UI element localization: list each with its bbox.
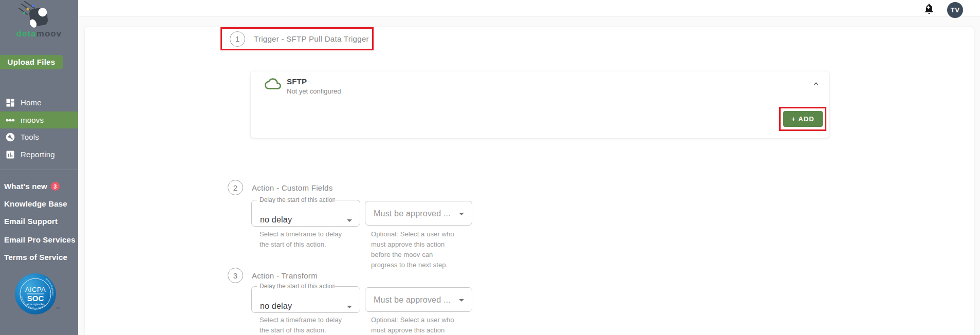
- step-1-annotation: 1 Trigger - SFTP Pull Data Trigger: [220, 27, 374, 50]
- chevron-down-icon: [459, 213, 464, 215]
- soc-trademark: ™: [56, 307, 60, 310]
- bar-chart-icon: [5, 150, 15, 160]
- step-title: Action - Transform: [252, 271, 318, 280]
- approver-select[interactable]: Must be approved ...: [365, 201, 472, 226]
- chevron-down-icon: [459, 299, 464, 302]
- cloud-icon: [264, 76, 282, 92]
- brand-name: detamoov: [0, 29, 78, 39]
- add-button-annotation: [779, 107, 826, 131]
- trigger-card-title: SFTP: [287, 77, 307, 86]
- link-label: What's new: [4, 182, 47, 191]
- sidebar-item-label: moovs: [21, 116, 44, 124]
- delay-select-value: no delay: [260, 302, 292, 311]
- link-knowledge-base[interactable]: Knowledge Base: [4, 199, 67, 208]
- aicpa-soc-badge: AICPA SOC aicpa.org/soc4so SOC for Servi…: [14, 273, 57, 315]
- chevron-down-icon: [347, 219, 352, 222]
- link-terms-of-service[interactable]: Terms of Service: [4, 253, 67, 262]
- delay-helper-text: Select a timeframe to delay the start of…: [260, 229, 349, 250]
- trigger-card: SFTP Not yet configured + ADD: [251, 71, 829, 138]
- rocket-logo-icon: [17, 1, 52, 29]
- whats-new-badge: 3: [51, 182, 60, 191]
- dashboard-icon: [5, 98, 15, 108]
- sidebar-item-label: Reporting: [21, 150, 55, 159]
- sidebar: detamoov Upload Files Home moovs Tools R…: [0, 0, 78, 335]
- step-title: Action - Custom Fields: [252, 183, 332, 192]
- topbar: [78, 0, 980, 17]
- step-3-heading: 3 Action - Transform: [228, 268, 318, 283]
- sidebar-item-tools[interactable]: Tools: [0, 128, 78, 145]
- step-number: 2: [228, 180, 243, 195]
- delay-select[interactable]: Delay the start of this action no delay: [251, 283, 360, 313]
- avatar[interactable]: TV: [947, 2, 963, 18]
- sidebar-item-label: Tools: [21, 133, 39, 141]
- step-number: 3: [228, 268, 243, 283]
- approver-select-value: Must be approved ...: [374, 295, 451, 305]
- delay-select[interactable]: Delay the start of this action no delay: [251, 197, 360, 227]
- step-title: Trigger - SFTP Pull Data Trigger: [254, 34, 369, 43]
- step-2-heading: 2 Action - Custom Fields: [228, 180, 332, 195]
- brand-name-secondary: moov: [36, 29, 62, 39]
- step-number: 1: [230, 31, 245, 47]
- link-email-pro-services[interactable]: Email Pro Services: [4, 235, 76, 244]
- sidebar-item-reporting[interactable]: Reporting: [0, 146, 78, 163]
- soc-badge-url: aicpa.org/soc4so: [27, 303, 45, 306]
- delay-select-value: no delay: [260, 215, 292, 225]
- approver-select[interactable]: Must be approved ...: [365, 287, 472, 312]
- delay-helper-text: Select a timeframe to delay the start of…: [260, 315, 349, 335]
- approver-select-value: Must be approved ...: [374, 209, 451, 218]
- sidebar-item-home[interactable]: Home: [0, 94, 78, 111]
- brand-name-primary: deta: [16, 29, 36, 39]
- soc-badge-line2: SOC: [27, 294, 44, 303]
- notification-bell-icon[interactable]: [923, 3, 935, 15]
- sidebar-item-label: Home: [21, 98, 42, 107]
- link-email-support[interactable]: Email Support: [4, 217, 58, 226]
- chevron-up-icon[interactable]: [812, 80, 820, 88]
- delay-select-label: Delay the start of this action: [257, 283, 335, 289]
- trigger-card-subtitle: Not yet configured: [287, 87, 341, 95]
- link-label: Email Support: [4, 217, 58, 226]
- soc-badge-line1: AICPA: [25, 286, 46, 293]
- delay-select-label: Delay the start of this action: [257, 197, 335, 203]
- upload-files-button[interactable]: Upload Files: [0, 55, 63, 69]
- link-label: Terms of Service: [4, 253, 67, 262]
- chevron-down-icon: [347, 306, 352, 308]
- moovs-icon: [5, 115, 15, 125]
- link-whats-new[interactable]: What's new 3: [4, 182, 60, 191]
- link-label: Email Pro Services: [4, 235, 76, 244]
- wrench-icon: [5, 132, 15, 142]
- approver-helper-text: Optional: Select a user who must approve…: [371, 229, 461, 270]
- sidebar-divider: [0, 170, 78, 170]
- approver-helper-text: Optional: Select a user who must approve…: [371, 315, 461, 335]
- link-label: Knowledge Base: [4, 199, 67, 208]
- sidebar-item-moovs[interactable]: moovs: [0, 111, 78, 128]
